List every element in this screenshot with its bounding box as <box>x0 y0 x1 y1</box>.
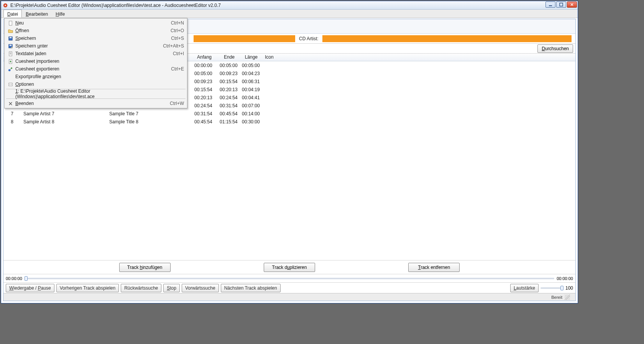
cell-ende: 01:15:54 <box>217 118 240 125</box>
add-track-button[interactable]: Track hinzufügen <box>119 263 171 272</box>
options-icon <box>7 82 14 87</box>
cell-anfang: 00:05:00 <box>192 70 217 77</box>
duplicate-track-button[interactable]: Track duplizieren <box>264 263 315 272</box>
cell-ende: 00:15:54 <box>217 78 240 85</box>
cd-artist-field[interactable] <box>322 35 572 42</box>
cell-artist: Sample Artist 7 <box>21 110 107 117</box>
position-slider-thumb[interactable] <box>25 276 28 281</box>
col-icon[interactable]: Icon <box>263 54 286 61</box>
cell-ende: 00:24:54 <box>217 94 240 101</box>
save-as-icon <box>7 44 14 49</box>
datei-dropdown: Neu Ctrl+N Öffnen Ctrl+O Speichern Ctrl+… <box>4 18 187 108</box>
cd-artist-label: CD Artist: <box>297 36 320 41</box>
rewind-button[interactable]: Rückwärtssuche <box>121 284 161 292</box>
window-controls <box>545 2 577 8</box>
svg-point-1 <box>5 5 6 6</box>
position-start: 00:00:00 <box>6 276 22 281</box>
table-row[interactable]: 7Sample Artist 7Sample Title 700:31:5400… <box>3 110 575 118</box>
menu-hilfe[interactable]: Hilfe <box>52 10 69 18</box>
svg-rect-6 <box>9 37 12 38</box>
menu-exportprofile[interactable]: Exportprofile anzeigen <box>5 73 186 80</box>
play-pause-button[interactable]: Wiedergabe / Pause <box>6 284 54 292</box>
cell-laenge: 00:06:31 <box>240 78 263 85</box>
cell-laenge: 00:30:00 <box>240 118 263 125</box>
menu-beenden[interactable]: Beenden Ctrl+W <box>5 100 186 107</box>
cell-laenge: 00:04:41 <box>240 94 263 101</box>
menu-textdatei-laden[interactable]: Textdatei laden Ctrl+I <box>5 50 186 57</box>
menu-bar: Datei Bearbeiten Hilfe <box>1 10 578 18</box>
cell-icon <box>263 65 286 66</box>
cell-icon <box>263 81 286 82</box>
playback-row: Wiedergabe / Pause Vorherigen Track absp… <box>3 282 575 293</box>
svg-rect-8 <box>9 44 12 46</box>
forward-button[interactable]: Vorwärtssuche <box>182 284 219 292</box>
col-ende[interactable]: Ende <box>217 54 240 61</box>
browse-button[interactable]: Durchsuchen <box>537 44 573 53</box>
svg-rect-12 <box>8 83 12 85</box>
cell-anfang: 00:20:13 <box>192 94 217 101</box>
open-folder-icon <box>7 28 14 33</box>
position-end: 00:00:00 <box>557 276 573 281</box>
next-track-button[interactable]: Nächsten Track abspielen <box>221 284 281 292</box>
cell-laenge: 00:05:00 <box>240 62 263 69</box>
cell-ende: 00:31:54 <box>217 102 240 109</box>
cell-ende: 00:20:13 <box>217 86 240 93</box>
svg-rect-4 <box>9 21 12 25</box>
cell-icon <box>263 97 286 98</box>
new-file-icon <box>7 21 14 26</box>
menu-oeffnen[interactable]: Öffnen Ctrl+O <box>5 27 186 34</box>
volume-button[interactable]: Lautstärke <box>510 284 539 292</box>
status-bar: Bereit <box>3 293 575 301</box>
cell-laenge: 00:04:19 <box>240 86 263 93</box>
app-window: E:\Projekte\Audio Cuesheet Editor (Windo… <box>1 1 578 303</box>
menu-neu[interactable]: Neu Ctrl+N <box>5 19 186 27</box>
svg-point-11 <box>8 69 10 71</box>
volume-slider[interactable] <box>540 287 564 289</box>
cell-ende: 00:05:00 <box>217 62 240 69</box>
svg-rect-2 <box>549 5 552 6</box>
svg-rect-9 <box>9 51 12 56</box>
cell-icon <box>263 113 286 115</box>
remove-track-button[interactable]: Track entfernen <box>408 263 460 272</box>
menu-cuesheet-importieren[interactable]: Cuesheet importieren <box>5 57 186 65</box>
menu-optionen[interactable]: Optionen <box>5 80 186 88</box>
cell-title: Sample Title 8 <box>107 118 192 125</box>
col-laenge[interactable]: Länge <box>240 54 263 61</box>
cell-anfang: 00:09:23 <box>192 78 217 85</box>
volume-slider-thumb[interactable] <box>560 286 564 290</box>
cell-icon <box>263 89 286 90</box>
menu-recent-1[interactable]: 1: E:\Projekte\Audio Cuesheet Editor (Wi… <box>5 90 186 98</box>
minimize-button[interactable] <box>545 2 555 8</box>
cd-title-field[interactable] <box>194 35 295 42</box>
svg-point-14 <box>11 84 12 85</box>
maximize-button[interactable] <box>556 2 566 8</box>
prev-track-button[interactable]: Vorherigen Track abspielen <box>56 284 119 292</box>
cell-nr: 8 <box>3 118 21 125</box>
position-slider-row: 00:00:00 00:00:00 <box>3 274 575 282</box>
menu-speichern-unter[interactable]: Speichern unter Ctrl+Alt+S <box>5 42 186 50</box>
volume-value: 100 <box>565 285 573 291</box>
menu-bearbeiten[interactable]: Bearbeiten <box>22 10 52 18</box>
close-button[interactable] <box>567 2 577 8</box>
cell-anfang: 00:31:54 <box>192 110 217 117</box>
cell-laenge: 00:04:23 <box>240 70 263 77</box>
cell-icon <box>263 121 286 123</box>
menu-cuesheet-exportieren[interactable]: Cuesheet exportieren Ctrl+E <box>5 65 186 73</box>
cell-title: Sample Title 7 <box>107 110 192 117</box>
table-row[interactable]: 8Sample Artist 8Sample Title 800:45:5401… <box>3 118 575 126</box>
resize-grip-icon[interactable] <box>565 295 570 300</box>
cell-nr: 7 <box>3 110 21 117</box>
col-anfang[interactable]: Anfang <box>192 54 217 61</box>
stop-button[interactable]: Stop <box>163 284 180 292</box>
svg-point-13 <box>9 84 10 85</box>
menu-speichern[interactable]: Speichern Ctrl+S <box>5 34 186 42</box>
export-icon <box>7 67 14 72</box>
menu-datei[interactable]: Datei <box>3 10 22 18</box>
position-slider[interactable] <box>25 278 554 279</box>
window-title: E:\Projekte\Audio Cuesheet Editor (Windo… <box>10 3 221 8</box>
svg-rect-3 <box>560 3 563 6</box>
track-buttons-row: Track hinzufügen Track duplizieren Track… <box>3 260 575 274</box>
cell-anfang: 00:45:54 <box>192 118 217 125</box>
exit-icon <box>7 101 14 106</box>
cell-icon <box>263 73 286 74</box>
